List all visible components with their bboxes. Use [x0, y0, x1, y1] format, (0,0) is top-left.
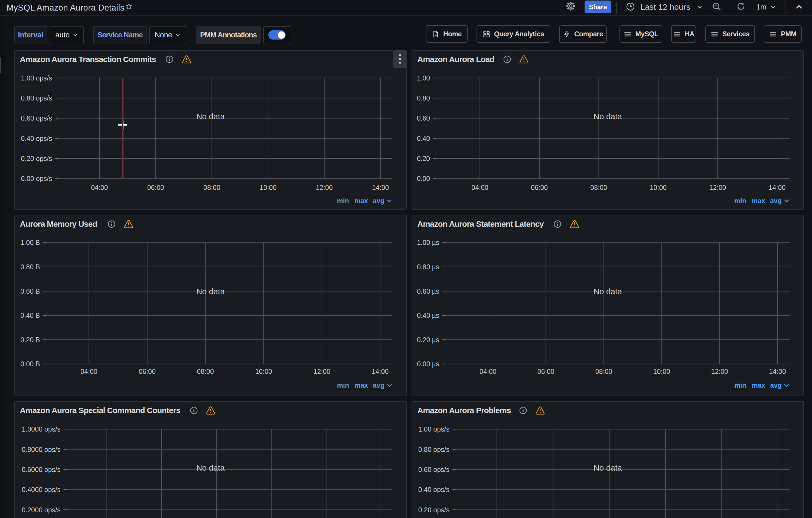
- svg-text:08:00: 08:00: [204, 184, 221, 191]
- svg-text:0.00 µs: 0.00 µs: [417, 360, 439, 367]
- svg-text:14:00: 14:00: [769, 367, 786, 375]
- svg-text:14:00: 14:00: [372, 184, 389, 191]
- svg-text:min: min: [337, 197, 349, 205]
- svg-text:04:00: 04:00: [480, 367, 497, 375]
- svg-text:avg: avg: [373, 381, 384, 389]
- svg-text:No data: No data: [593, 112, 622, 120]
- svg-text:0.40: 0.40: [417, 134, 430, 142]
- svg-text:avg: avg: [373, 197, 384, 205]
- svg-text:0.80 B: 0.80 B: [21, 263, 40, 271]
- svg-text:0.20 ops/s: 0.20 ops/s: [21, 155, 52, 162]
- svg-text:0.6000 ops/s: 0.6000 ops/s: [22, 465, 61, 473]
- svg-text:1.00 ops/s: 1.00 ops/s: [21, 74, 52, 82]
- svg-text:10:00: 10:00: [255, 367, 272, 375]
- svg-text:14:00: 14:00: [372, 367, 389, 375]
- svg-text:0.00: 0.00: [417, 175, 430, 182]
- svg-text:0.80 µs: 0.80 µs: [417, 263, 439, 271]
- svg-text:0.60 ops/s: 0.60 ops/s: [21, 114, 52, 122]
- svg-text:No data: No data: [593, 463, 622, 472]
- svg-text:06:00: 06:00: [531, 184, 548, 191]
- svg-text:1.0000 ops/s: 1.0000 ops/s: [22, 425, 61, 433]
- svg-text:06:00: 06:00: [538, 367, 554, 375]
- svg-text:0.80: 0.80: [417, 94, 430, 102]
- svg-text:avg: avg: [770, 381, 782, 389]
- svg-text:No data: No data: [196, 463, 225, 472]
- svg-text:min: min: [734, 197, 746, 205]
- svg-text:0.40 ops/s: 0.40 ops/s: [418, 486, 450, 493]
- svg-text:06:00: 06:00: [147, 184, 164, 191]
- svg-text:0.4000 ops/s: 0.4000 ops/s: [22, 486, 61, 493]
- svg-text:0.20 µs: 0.20 µs: [417, 336, 439, 343]
- svg-text:08:00: 08:00: [596, 367, 612, 375]
- svg-text:12:00: 12:00: [711, 367, 728, 375]
- svg-text:No data: No data: [593, 287, 622, 296]
- svg-text:No data: No data: [196, 287, 225, 296]
- svg-text:0.60 ops/s: 0.60 ops/s: [418, 465, 450, 473]
- svg-text:0.2000 ops/s: 0.2000 ops/s: [22, 506, 61, 513]
- svg-text:max: max: [752, 197, 765, 205]
- svg-text:max: max: [752, 381, 765, 389]
- svg-text:10:00: 10:00: [650, 184, 667, 191]
- svg-text:0.80 ops/s: 0.80 ops/s: [21, 94, 52, 102]
- svg-text:0.8000 ops/s: 0.8000 ops/s: [22, 445, 61, 453]
- svg-text:0.40 ops/s: 0.40 ops/s: [21, 134, 52, 142]
- svg-text:0.40 B: 0.40 B: [21, 311, 40, 319]
- svg-text:avg: avg: [770, 197, 782, 205]
- svg-text:12:00: 12:00: [316, 184, 333, 191]
- svg-text:min: min: [734, 381, 746, 389]
- svg-text:0.00 B: 0.00 B: [21, 360, 40, 367]
- svg-text:0.60: 0.60: [417, 114, 430, 122]
- svg-text:1.00: 1.00: [417, 74, 430, 82]
- svg-text:max: max: [354, 197, 368, 205]
- svg-text:1.00 B: 1.00 B: [21, 239, 40, 246]
- svg-text:10:00: 10:00: [260, 184, 277, 191]
- svg-text:0.80 ops/s: 0.80 ops/s: [418, 445, 450, 453]
- svg-text:04:00: 04:00: [91, 184, 108, 191]
- svg-text:0.60 µs: 0.60 µs: [417, 287, 439, 295]
- svg-text:0.60 B: 0.60 B: [21, 287, 40, 295]
- svg-text:08:00: 08:00: [590, 184, 607, 191]
- svg-text:04:00: 04:00: [80, 367, 97, 375]
- svg-text:0.40 µs: 0.40 µs: [417, 311, 439, 319]
- svg-text:0.20 ops/s: 0.20 ops/s: [418, 506, 450, 513]
- svg-text:0.20 B: 0.20 B: [21, 336, 40, 343]
- svg-text:min: min: [337, 381, 349, 389]
- svg-text:12:00: 12:00: [709, 184, 726, 191]
- svg-text:1.00 ops/s: 1.00 ops/s: [418, 425, 450, 433]
- svg-text:04:00: 04:00: [471, 184, 488, 191]
- svg-text:max: max: [354, 381, 368, 389]
- svg-text:0.20: 0.20: [417, 155, 430, 162]
- svg-text:1.00 µs: 1.00 µs: [417, 239, 439, 246]
- svg-text:14:00: 14:00: [769, 184, 785, 191]
- svg-text:0.00 ops/s: 0.00 ops/s: [21, 175, 52, 182]
- svg-text:06:00: 06:00: [139, 367, 156, 375]
- svg-text:No data: No data: [196, 112, 225, 120]
- svg-text:08:00: 08:00: [197, 367, 214, 375]
- svg-text:12:00: 12:00: [314, 367, 330, 375]
- svg-text:10:00: 10:00: [653, 367, 670, 375]
